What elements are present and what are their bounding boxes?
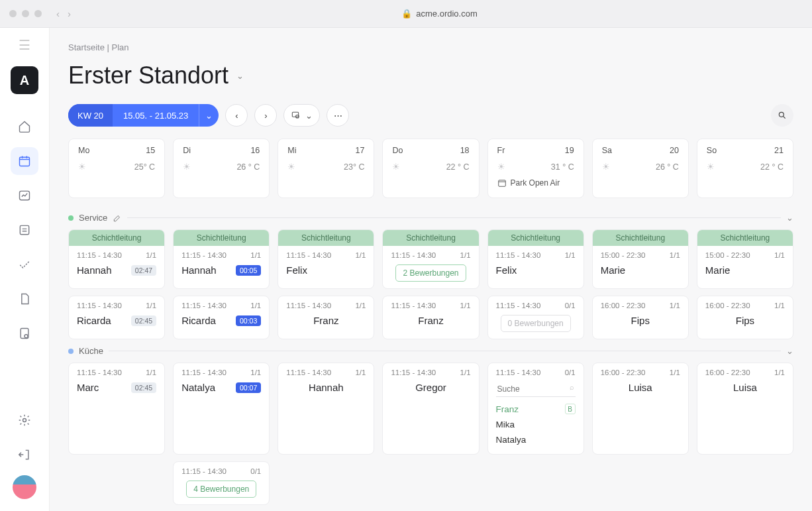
section-header-service[interactable]: Service ⌄ [68,213,793,223]
day-header[interactable]: Di16 ☀︎26 ° C [173,139,270,198]
applications-badge[interactable]: 2 Bewerbungen [395,264,466,282]
avatar[interactable] [13,475,36,499]
shift-card[interactable]: 11:15 - 14:301/1 Ricarda00:03 [173,296,270,339]
next-week-button[interactable]: › [254,104,277,127]
day-header[interactable]: Fr19 ☀︎31 ° C Park Open Air [487,139,584,198]
day-temp: 26 ° C [656,162,679,172]
day-header[interactable]: Mi17 ☀︎23° C [278,139,374,198]
search-button[interactable] [771,104,793,127]
shift-card[interactable]: 16:00 - 22:301/1 Luisa [592,363,689,455]
shift-card[interactable]: 11:15 - 14:301/1 Hannah [278,363,374,455]
chevron-down-icon[interactable]: ⌄ [786,346,793,356]
person-search-input[interactable] [496,382,576,397]
edit-icon[interactable] [113,213,122,223]
shift-capacity: 1/1 [355,302,366,310]
minimize-dot[interactable] [22,10,29,17]
shift-assignee: Marie [705,264,731,276]
sun-icon: ☀︎ [602,162,610,172]
person-option[interactable]: Mika [496,417,576,432]
shift-capacity: 1/1 [565,251,576,259]
shift-card[interactable]: 11:15 - 14:301/1 Gregor [382,363,479,455]
day-header[interactable]: Sa20 ☀︎26 ° C [592,139,689,198]
day-header[interactable]: Mo15 ☀︎25° C [68,139,165,198]
shift-card[interactable]: 11:15 - 14:300/1 ⌕ FranzBMikaNatalya [487,363,584,455]
shift-card[interactable]: 11:15 - 14:301/1 Natalya00:07 [173,363,270,455]
shift-card[interactable]: Schichtleitung 11:15 - 14:301/1 Hannah00… [173,229,270,289]
shift-card[interactable]: Schichtleitung 15:00 - 22:301/1 Marie [592,229,689,289]
shift-capacity: 1/1 [146,302,156,310]
svg-point-8 [779,112,784,117]
sun-icon: ☀︎ [78,162,86,172]
browser-forward-icon[interactable]: › [68,8,71,19]
shift-role-header: Schichtleitung [174,230,269,246]
day-number: 19 [565,146,574,155]
shift-card[interactable]: 11:15 - 14:301/1 Ricarda02:45 [68,296,165,339]
shift-card[interactable]: 16:00 - 22:301/1 Luisa [697,363,793,455]
receipt-icon[interactable] [11,319,38,347]
shift-assignee: Gregor [415,382,446,393]
calendar-icon[interactable] [11,147,38,175]
shift-assignee: Ricarda [181,315,216,326]
logout-icon[interactable] [11,441,38,469]
shift-card[interactable]: 16:00 - 22:301/1 Fips [592,296,689,339]
shift-capacity: 1/1 [670,251,680,259]
shift-card[interactable]: Schichtleitung 15:00 - 22:301/1 Marie [697,229,793,289]
shift-assignee: Marc [77,382,99,393]
shift-row: 11:15 - 14:300/1 4 Bewerbungen [68,461,793,505]
shift-card[interactable]: Schichtleitung 11:15 - 14:301/1 Felix [278,229,374,289]
shift-time: 11:15 - 14:30 [181,369,227,376]
close-dot[interactable] [9,10,17,17]
shift-row: 11:15 - 14:301/1 Marc02:45 11:15 - 14:30… [68,363,793,455]
week-selector[interactable]: KW 20 15.05. - 21.05.23 ⌄ [68,104,219,127]
shift-card[interactable]: 11:15 - 14:300/1 0 Bewerbungen [487,296,584,339]
chevron-down-icon: ⌄ [305,111,313,121]
day-short: So [707,146,717,155]
shift-timer: 00:05 [236,265,261,276]
prev-week-button[interactable]: ‹ [225,104,248,127]
menu-icon[interactable]: ☰ [19,37,30,53]
shift-card[interactable]: Schichtleitung 11:15 - 14:301/1 Felix [487,229,584,289]
section-header-kueche[interactable]: Küche ⌄ [68,346,793,356]
filter-button[interactable]: ⌄ [283,104,320,127]
home-icon[interactable] [11,113,38,141]
window-controls [9,10,42,17]
shift-assignee: Hannah [309,382,344,393]
applications-badge[interactable]: 4 Bewerbungen [186,481,256,498]
section-label: Service [79,213,107,223]
title-dropdown-icon[interactable]: ⌄ [236,71,244,81]
settings-icon[interactable] [11,406,38,434]
chevron-down-icon[interactable]: ⌄ [786,213,793,223]
shift-card[interactable]: 11:15 - 14:301/1 Franz [382,296,479,339]
day-short: Sa [602,146,612,155]
person-option[interactable]: FranzB [496,401,576,417]
sun-icon: ☀︎ [707,162,715,172]
shift-card[interactable]: 11:15 - 14:300/1 4 Bewerbungen [173,461,270,505]
filter-icon [291,111,300,120]
app-logo[interactable]: A [11,66,38,94]
day-header[interactable]: So21 ☀︎22 ° C [697,139,793,198]
browser-chrome: ‹ › 🔒 acme.ordio.com [0,0,812,28]
svg-rect-6 [293,112,299,117]
applications-badge[interactable]: 0 Bewerbungen [501,315,571,332]
shift-card[interactable]: 11:15 - 14:301/1 Marc02:45 [68,363,165,455]
document-icon[interactable] [11,285,38,313]
page-title: Erster Standort [68,62,228,89]
day-header[interactable]: Do18 ☀︎22 ° C [382,139,479,198]
shift-card[interactable]: Schichtleitung 11:15 - 14:301/1 Hannah02… [68,229,165,289]
schedule-icon[interactable] [11,216,38,244]
week-chevron-icon[interactable]: ⌄ [199,104,219,127]
shift-card[interactable]: 11:15 - 14:301/1 Franz [278,296,374,339]
person-option[interactable]: Natalya [496,432,576,447]
zoom-dot[interactable] [34,10,42,17]
svg-point-5 [23,419,26,422]
breadcrumb-item[interactable]: Startseite [68,42,105,52]
analytics-icon[interactable] [11,182,38,209]
browser-back-icon[interactable]: ‹ [56,8,60,19]
approve-icon[interactable] [11,251,38,278]
more-button[interactable]: ⋯ [327,104,349,127]
shift-card[interactable]: 16:00 - 22:301/1 Fips [697,296,793,339]
shift-role-header: Schichtleitung [69,230,164,246]
breadcrumb-item[interactable]: Plan [112,42,129,52]
address-bar[interactable]: 🔒 acme.ordio.com [401,9,477,19]
shift-card[interactable]: Schichtleitung 11:15 - 14:301/1 2 Bewerb… [382,229,479,289]
